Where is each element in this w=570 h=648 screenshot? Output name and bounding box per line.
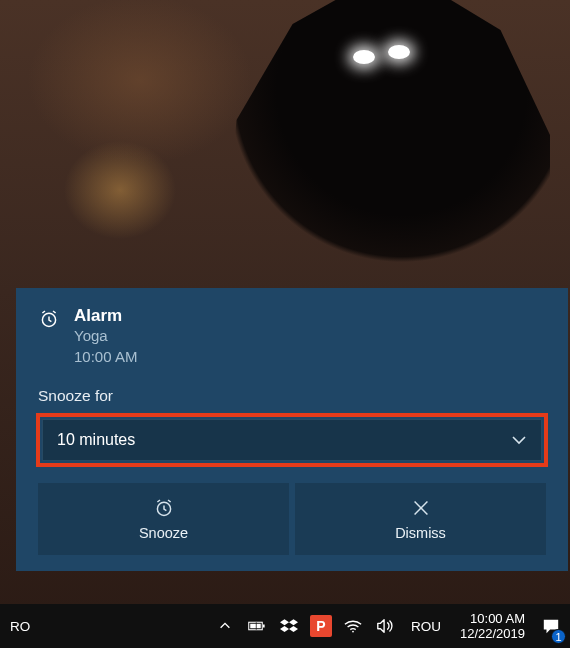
notification-head-text: Alarm Yoga 10:00 AM (74, 306, 137, 367)
taskbar-clock[interactable]: 10:00 AM 12/22/2019 (451, 604, 534, 648)
clock-date: 12/22/2019 (460, 626, 525, 641)
dismiss-button[interactable]: Dismiss (295, 483, 546, 555)
snooze-duration-value: 10 minutes (57, 431, 135, 449)
annotation-highlight: 10 minutes (36, 413, 548, 467)
chevron-down-icon (511, 432, 527, 448)
wallpaper-art (220, 0, 550, 300)
dismiss-button-label: Dismiss (395, 525, 446, 541)
alarm-notification: Alarm Yoga 10:00 AM Snooze for 10 minute… (16, 288, 568, 571)
wallpaper-art (353, 50, 375, 64)
clock-time: 10:00 AM (470, 611, 525, 626)
svg-rect-4 (250, 624, 261, 629)
svg-rect-3 (263, 625, 265, 628)
taskbar: RO P (0, 604, 570, 648)
language-label: ROU (411, 619, 441, 634)
wifi-icon (344, 617, 362, 635)
input-method-label: RO (10, 619, 30, 634)
input-method-indicator[interactable]: RO (0, 604, 40, 648)
snooze-label: Snooze for (38, 387, 546, 405)
snooze-section: Snooze for 10 minutes (38, 387, 546, 467)
close-icon (410, 497, 432, 519)
svg-point-5 (352, 631, 354, 633)
dropbox-icon (280, 617, 298, 635)
notification-time: 10:00 AM (74, 347, 137, 367)
snooze-button[interactable]: Snooze (38, 483, 289, 555)
notification-badge: 1 (551, 629, 566, 644)
wallpaper-art (388, 45, 410, 59)
snooze-duration-select[interactable]: 10 minutes (42, 419, 542, 461)
letter-p-icon: P (310, 615, 332, 637)
action-center-button[interactable]: 1 (534, 604, 570, 648)
notification-title: Alarm (74, 306, 137, 326)
tray-app-p[interactable]: P (305, 604, 337, 648)
notification-header: Alarm Yoga 10:00 AM (38, 306, 546, 367)
wifi-indicator[interactable] (337, 604, 369, 648)
volume-indicator[interactable] (369, 604, 401, 648)
chevron-up-icon (216, 617, 234, 635)
battery-indicator[interactable] (241, 604, 273, 648)
speaker-icon (376, 617, 394, 635)
alarm-icon (38, 308, 60, 330)
notification-actions: Snooze Dismiss (38, 483, 546, 555)
language-indicator[interactable]: ROU (401, 604, 451, 648)
alarm-icon (153, 497, 175, 519)
dropbox-tray[interactable] (273, 604, 305, 648)
snooze-button-label: Snooze (139, 525, 188, 541)
battery-icon (248, 617, 266, 635)
tray-overflow-button[interactable] (209, 604, 241, 648)
notification-subtitle: Yoga (74, 326, 137, 346)
